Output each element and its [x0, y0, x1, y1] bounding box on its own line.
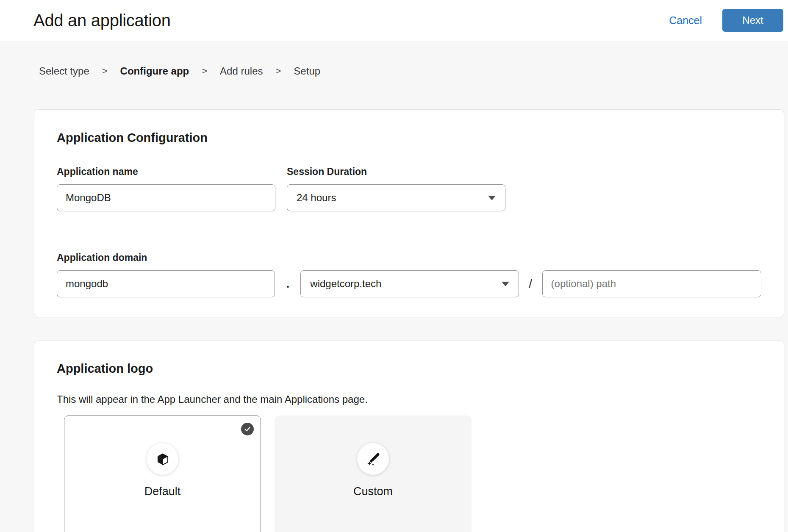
application-domain-label: Application domain	[57, 252, 761, 263]
logo-option-default[interactable]: Default	[64, 416, 261, 532]
domain-select[interactable]: widgetcorp.tech	[300, 270, 519, 297]
subdomain-input[interactable]	[57, 270, 275, 297]
logo-option-label: Custom	[275, 485, 471, 498]
selected-check-icon	[241, 423, 254, 435]
logo-option-custom[interactable]: Custom	[275, 416, 472, 532]
application-name-input[interactable]	[57, 184, 275, 211]
chevron-down-icon	[502, 282, 509, 286]
next-button[interactable]: Next	[722, 9, 783, 32]
cube-icon	[147, 443, 178, 475]
header-actions: Cancel Next	[669, 9, 783, 32]
logo-option-tiles: Default Custom	[57, 416, 761, 532]
application-logo-description: This will appear in the App Launcher and…	[57, 393, 761, 405]
application-name-field: Application name	[57, 166, 275, 211]
page-title: Add an application	[33, 11, 171, 30]
name-duration-row: Application name Session Duration 24 hou…	[57, 166, 761, 211]
session-duration-select[interactable]: 24 hours	[287, 184, 505, 211]
application-name-label: Application name	[57, 166, 275, 177]
application-configuration-title: Application Configuration	[57, 131, 761, 145]
logo-option-label: Default	[64, 485, 261, 498]
breadcrumb-separator: >	[102, 66, 108, 77]
breadcrumb-separator: >	[276, 66, 281, 77]
path-input[interactable]	[542, 270, 761, 297]
application-domain-field: Application domain . widgetcorp.tech /	[57, 252, 761, 297]
breadcrumb-step-select-type[interactable]: Select type	[39, 65, 89, 77]
breadcrumb: Select type > Configure app > Add rules …	[0, 41, 788, 77]
page: Add an application Cancel Next Select ty…	[0, 0, 788, 532]
domain-dot-separator: .	[275, 277, 300, 291]
page-header: Add an application Cancel Next	[0, 0, 788, 41]
breadcrumb-separator: >	[202, 66, 207, 77]
paintbrush-icon	[357, 443, 389, 475]
domain-select-value: widgetcorp.tech	[310, 278, 381, 290]
cancel-button[interactable]: Cancel	[669, 14, 702, 27]
breadcrumb-step-setup[interactable]: Setup	[294, 65, 320, 77]
breadcrumb-step-add-rules[interactable]: Add rules	[220, 65, 263, 77]
domain-slash-separator: /	[519, 277, 542, 291]
session-duration-label: Session Duration	[287, 166, 505, 177]
domain-row: . widgetcorp.tech /	[57, 270, 761, 297]
session-duration-field: Session Duration 24 hours	[287, 166, 505, 211]
application-configuration-card: Application Configuration Application na…	[34, 109, 784, 317]
breadcrumb-step-configure-app[interactable]: Configure app	[120, 65, 189, 77]
application-logo-title: Application logo	[57, 362, 761, 376]
chevron-down-icon	[488, 196, 496, 200]
application-logo-card: Application logo This will appear in the…	[34, 340, 784, 532]
session-duration-value: 24 hours	[297, 192, 336, 204]
